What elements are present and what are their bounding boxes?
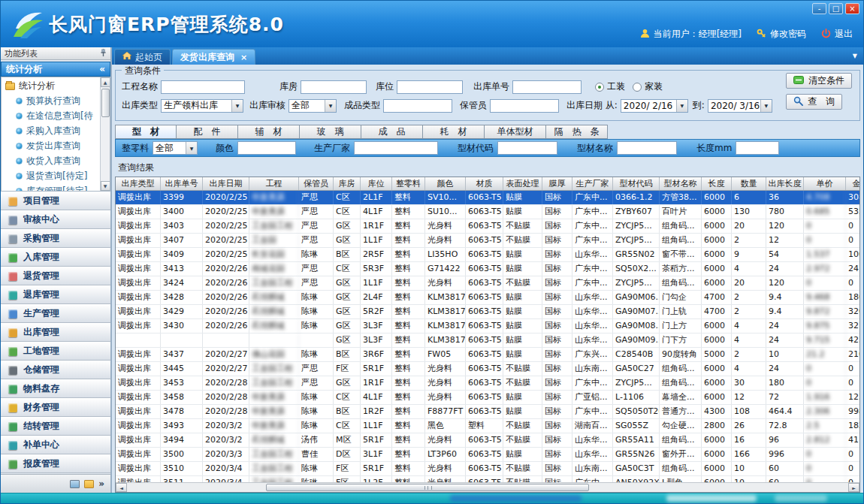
chevron-down-icon[interactable]: ▼ bbox=[325, 100, 336, 112]
sidebar-section-scrap-mgmt[interactable]: 报废管理 bbox=[1, 454, 110, 473]
tree-item-purchase-inbound-query[interactable]: 采购入库查询 bbox=[4, 123, 99, 138]
column-header-project[interactable]: 工程 bbox=[249, 177, 299, 190]
table-row[interactable]: 调拨出库34942020/3/2石排辉城汤伟M区5R1F整料光身料6063-T5… bbox=[116, 433, 859, 448]
material-tab-profile[interactable]: 型 材 bbox=[115, 125, 177, 139]
audit-select[interactable]: 全部 ▼ bbox=[289, 99, 337, 113]
tree-scrollbar[interactable]: ▲ ▼ bbox=[100, 77, 110, 191]
minimize-button[interactable]: - bbox=[812, 3, 826, 14]
tab-home[interactable]: 起始页 bbox=[114, 49, 171, 65]
tree-item-budget-exec-query[interactable]: 预算执行查询 bbox=[4, 93, 99, 108]
outbound-type-select[interactable]: 生产领料出库 ▼ bbox=[161, 99, 243, 113]
column-header-out-length[interactable]: 出库长度 bbox=[766, 177, 804, 190]
material-tab-parts[interactable]: 配 件 bbox=[177, 125, 238, 139]
collapse-left-icon[interactable]: « bbox=[99, 64, 105, 74]
column-header-material[interactable]: 材质 bbox=[466, 177, 503, 190]
column-header-profile-name[interactable]: 型材名称 bbox=[660, 177, 702, 190]
column-header-whole-scrap[interactable]: 整零料 bbox=[392, 177, 425, 190]
table-row[interactable]: 调拨出库34932020/3/2华发美源陈琳C区1L1F整料黑色塑料不贴膜国标湖… bbox=[116, 419, 859, 433]
column-header-qty[interactable]: 数量 bbox=[732, 177, 766, 190]
date-from-picker[interactable]: 2020/ 2/16 ▼ bbox=[621, 99, 688, 113]
keeper-input[interactable] bbox=[490, 99, 559, 113]
profile-code-input[interactable] bbox=[497, 141, 557, 155]
tab-shipping-outbound-query[interactable]: 发货出库查询× bbox=[172, 49, 255, 65]
scroll-left-icon[interactable]: ◄ bbox=[116, 483, 127, 492]
table-row[interactable]: 调拨出库34132020/2/26南城花园严思C区5R3F整料G71422606… bbox=[116, 262, 859, 276]
hscroll-thumb[interactable] bbox=[266, 484, 589, 491]
chevron-down-icon[interactable]: ▼ bbox=[186, 142, 197, 154]
sidebar-section-purchase-mgmt[interactable]: 采购管理 bbox=[1, 229, 110, 248]
scroll-down-icon[interactable]: ▼ bbox=[101, 181, 110, 191]
chevron-down-icon[interactable]: ▼ bbox=[760, 100, 772, 112]
table-row[interactable]: 调拨出库34532020/2/28工业园工程严思G区1R1F整料光身料6063-… bbox=[116, 376, 859, 391]
tree-item-inventory-query[interactable]: 库存管理[待定] bbox=[4, 183, 99, 192]
radio-jiazhuang[interactable]: 家装 bbox=[633, 80, 663, 93]
radio-gongzhuang[interactable]: 工装 bbox=[595, 80, 625, 93]
sidebar-section-carryover-mgmt[interactable]: 结转管理 bbox=[1, 417, 110, 436]
close-button[interactable]: × bbox=[845, 3, 859, 14]
column-header-outbound-type[interactable]: 出库类型 bbox=[116, 177, 161, 190]
sidebar-section-return-stock-mgmt[interactable]: 退库管理 bbox=[1, 285, 110, 304]
sidebar-section-project-mgmt[interactable]: 项目管理 bbox=[1, 192, 110, 210]
whole-scrap-select[interactable]: 全部 ▼ bbox=[153, 141, 198, 155]
sidebar-section-outbound-mgmt[interactable]: 出库管理 bbox=[1, 323, 110, 342]
panel-window-icon[interactable] bbox=[70, 480, 80, 488]
tree-item-return-query[interactable]: 退货查询[待定] bbox=[4, 168, 99, 183]
logout-button[interactable]: 退出 bbox=[821, 28, 853, 41]
table-row[interactable]: 调拨出库35112020/3/4工业园工程陈琳F区1L2F整料光身料6063-T… bbox=[116, 476, 859, 482]
table-row[interactable]: 调拨出库34372020/2/27佛山花园陈琳B区3R6F整料FW056063-… bbox=[116, 348, 859, 362]
material-tab-auxiliary[interactable]: 辅 材 bbox=[238, 125, 300, 139]
material-tab-finished[interactable]: 成 品 bbox=[361, 125, 423, 139]
material-tab-single-profile[interactable]: 单体型材 bbox=[485, 125, 546, 139]
chevron-down-icon[interactable]: ▼ bbox=[231, 100, 243, 112]
material-tab-insulation-strip[interactable]: 隔 热 条 bbox=[546, 125, 608, 139]
material-tab-glass[interactable]: 玻 璃 bbox=[300, 125, 361, 139]
material-tab-consumables[interactable]: 耗 材 bbox=[423, 125, 485, 139]
pin-icon[interactable] bbox=[100, 49, 107, 59]
tree-item-receive-inbound-query[interactable]: 收货入库查询 bbox=[4, 153, 99, 168]
column-header-location[interactable]: 库位 bbox=[361, 177, 392, 190]
warehouse-input[interactable] bbox=[301, 80, 367, 94]
sidebar-section-return-goods-mgmt[interactable]: 退货管理 bbox=[1, 267, 110, 285]
tree-item-transit-info-query[interactable]: 在途信息查询[待 bbox=[4, 108, 99, 123]
table-row[interactable]: 调拨出库34582020/2/28华发美源陈琳C区4L1F整料光身料6063-T… bbox=[116, 391, 859, 405]
project-name-input[interactable] bbox=[161, 80, 245, 94]
order-no-input[interactable] bbox=[512, 80, 582, 94]
table-row[interactable]: 调拨出库35102020/3/4工业园工程陈琳F区5R1F整料光身料6063-T… bbox=[116, 462, 859, 476]
length-input[interactable] bbox=[736, 141, 779, 155]
search-button[interactable]: 查 询 bbox=[786, 94, 842, 110]
column-header-color[interactable]: 颜色 bbox=[425, 177, 466, 190]
column-header-keeper[interactable]: 保管员 bbox=[299, 177, 334, 190]
color-input[interactable] bbox=[237, 141, 296, 155]
scroll-right-icon[interactable]: ► bbox=[848, 483, 859, 492]
maximize-button[interactable]: □ bbox=[829, 3, 843, 14]
column-header-profile-code[interactable]: 型材代码 bbox=[613, 177, 660, 190]
column-header-unit-price[interactable]: 单价 bbox=[804, 177, 846, 190]
column-header-warehouse[interactable]: 库房 bbox=[334, 177, 361, 190]
change-password-button[interactable]: 修改密码 bbox=[757, 28, 806, 41]
more-panels-icon[interactable]: » bbox=[98, 478, 104, 489]
date-to-picker[interactable]: 2020/ 3/16 ▼ bbox=[708, 99, 772, 113]
table-row[interactable]: 调拨出库34032020/2/25工业园工程严思G区1R1F整料光身料6063-… bbox=[116, 219, 859, 234]
tab-close-icon[interactable]: × bbox=[240, 53, 247, 62]
table-row[interactable]: 调拨出库34292020/2/26石排辉城陈琳G区5R2F整料KLM381760… bbox=[116, 305, 859, 319]
column-header-order-no[interactable]: 出库单号 bbox=[161, 177, 203, 190]
table-row[interactable]: 调拨出库34302020/2/26石排辉城陈琳G区3L3F整料KLM381760… bbox=[116, 319, 859, 333]
manufacturer-input[interactable] bbox=[354, 141, 438, 155]
table-row[interactable]: 调拨出库34002020/2/25华发美源严思C区4L1F整料SU10...60… bbox=[116, 205, 859, 219]
sidebar-section-finance-mgmt[interactable]: 财务管理 bbox=[1, 398, 110, 417]
sidebar-section-site-mgmt[interactable]: 工地管理 bbox=[1, 342, 110, 361]
tab-list-dropdown-icon[interactable]: ▼ bbox=[853, 53, 857, 59]
horizontal-scrollbar[interactable]: ◄ ► bbox=[116, 482, 859, 492]
table-row[interactable]: G区3L3F整料KLM38176063-T5贴膜国标山东华...GA90M09.… bbox=[116, 333, 859, 348]
tree-scroll-thumb[interactable] bbox=[101, 89, 110, 117]
location-input[interactable] bbox=[397, 80, 463, 94]
sidebar-section-production-mgmt[interactable]: 生产管理 bbox=[1, 304, 110, 323]
clear-conditions-button[interactable]: 清空条件 bbox=[786, 73, 852, 89]
tree-item-shipping-outbound-query[interactable]: 发货出库查询 bbox=[4, 138, 99, 153]
table-row[interactable]: 调拨出库34452020/2/27工业园工程严思F区5R1F整料光身料6063-… bbox=[116, 362, 859, 376]
column-header-film[interactable]: 膜厚 bbox=[542, 177, 572, 190]
table-row[interactable]: 调拨出库34242020/2/26工业园工程严思G区1L1F整料光身料6063-… bbox=[116, 276, 859, 291]
table-row[interactable]: 调拨出库33992020/2/25华发美源严思C区2L1F整料SV10...60… bbox=[116, 191, 859, 205]
profile-name-input[interactable] bbox=[617, 141, 677, 155]
table-row[interactable]: 调拨出库34072020/2/25工业园严思G区1L1F整料光身料6063-T5… bbox=[116, 234, 859, 248]
